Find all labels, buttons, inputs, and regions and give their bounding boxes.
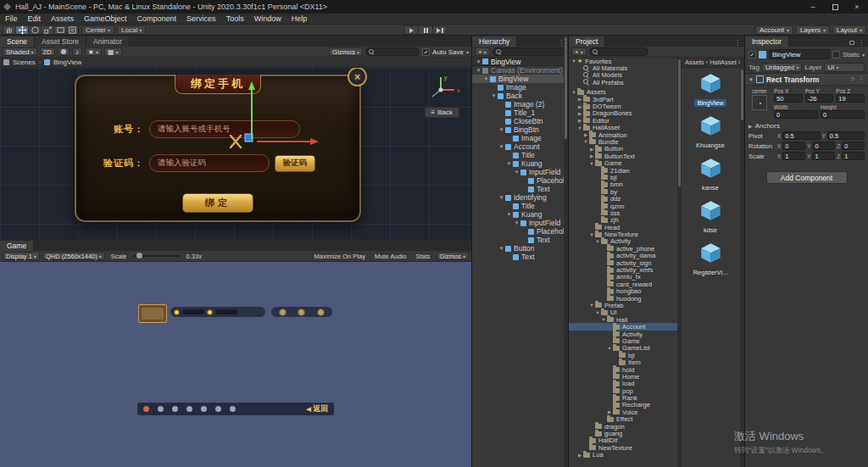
draw-mode-dropdown[interactable]: Shaded▾	[3, 47, 37, 56]
hierarchy-item-text[interactable]: Text	[472, 253, 564, 261]
dialog-close-button[interactable]: ×	[348, 68, 367, 86]
value-pivot-y[interactable]: 0.5	[827, 131, 865, 140]
foldout-arrow[interactable]: ▼	[498, 144, 505, 149]
anchor-preset-button[interactable]	[752, 95, 767, 110]
game-viewport[interactable]: ◀返回	[0, 262, 471, 467]
foldout-arrow[interactable]: ▼	[482, 76, 490, 81]
mute-audio-button[interactable]: Mute Audio	[371, 253, 410, 260]
project-item-by[interactable]: by	[569, 188, 677, 195]
foldout-arrow[interactable]: ▶	[606, 409, 613, 414]
project-item-buttontext[interactable]: ▶ButtonText	[569, 153, 677, 159]
hierarchy-item-image[interactable]: Image	[472, 134, 564, 142]
foldout-arrow[interactable]: ▶	[588, 147, 595, 152]
scrollbar-thumb[interactable]	[565, 37, 567, 139]
hierarchy-item-text[interactable]: Text	[472, 185, 564, 193]
hierarchy-item-bingview[interactable]: ▼BingView	[472, 58, 564, 66]
foldout-arrow[interactable]: ▶	[576, 97, 583, 102]
foldout-arrow[interactable]: ▼	[498, 127, 505, 132]
asset-bingview[interactable]: BingView	[683, 72, 737, 107]
foldout-arrow[interactable]: ▶	[582, 132, 589, 137]
value-pivot-x[interactable]: 0.5	[782, 131, 820, 140]
bind-submit-button[interactable]: 绑定	[182, 193, 253, 213]
lighting-toggle-button[interactable]	[58, 47, 70, 56]
project-item-bmn[interactable]: bmn	[569, 181, 677, 188]
hierarchy-item-image-2[interactable]: Image (2)	[472, 100, 564, 108]
move-tool-button[interactable]	[15, 25, 28, 35]
play-button[interactable]	[403, 25, 418, 35]
resolution-dropdown[interactable]: QHD (2560x1440)▾	[42, 252, 105, 260]
foldout-arrow[interactable]: ▼	[570, 58, 577, 64]
panel-menu-icon[interactable]: ⋮	[734, 39, 741, 47]
foldout-arrow[interactable]: ▼	[748, 77, 754, 82]
foldout-arrow[interactable]: ▼	[513, 170, 520, 175]
create-asset-button[interactable]: +▾	[571, 47, 587, 56]
foldout-arrow[interactable]: ▼	[600, 317, 607, 322]
tab-game[interactable]: Game	[0, 241, 34, 251]
anchors-foldout[interactable]: ▶ Anchors	[745, 121, 868, 131]
field-value-pos-y[interactable]: -26	[805, 94, 834, 103]
minimize-button[interactable]: –	[802, 0, 824, 14]
tab-asset-store[interactable]: Asset Store	[35, 36, 86, 47]
hierarchy-item-bingview[interactable]: ▼BingView	[472, 75, 564, 83]
foldout-arrow[interactable]: ▶	[576, 453, 583, 458]
breadcrumb-scenes[interactable]: Scenes	[13, 58, 36, 66]
orientation-gizmo[interactable]: x y	[424, 71, 463, 107]
foldout-arrow[interactable]: ▼	[594, 239, 601, 244]
field-value-height[interactable]: 0	[821, 110, 865, 119]
effects-dropdown[interactable]: ★▾	[85, 47, 102, 56]
step-button[interactable]	[432, 25, 447, 35]
foldout-arrow[interactable]: ▼	[505, 212, 513, 217]
scene-back-button[interactable]: ≡ Back	[425, 107, 459, 118]
top-bar-icon[interactable]	[298, 309, 305, 316]
rect-tool-button[interactable]	[53, 25, 66, 35]
foldout-arrow[interactable]: ▼	[570, 90, 577, 95]
hierarchy-item-inputfield[interactable]: ▼InputField	[472, 168, 564, 176]
project-item-item[interactable]: Item	[569, 359, 677, 365]
hierarchy-item-back[interactable]: ▼Back	[472, 92, 564, 100]
auto-save-checkbox[interactable]: ✓	[422, 48, 430, 56]
tab-scene[interactable]: Scene	[0, 36, 35, 47]
foldout-arrow[interactable]: ▼	[513, 220, 520, 225]
hierarchy-item-title[interactable]: Title	[472, 151, 564, 159]
handle-rotation-toggle-button[interactable]: Local▾	[117, 25, 146, 35]
hierarchy-item-account[interactable]: ▼Account	[472, 142, 564, 151]
project-item-lua[interactable]: ▶Lua	[569, 451, 677, 458]
hierarchy-item-title-1[interactable]: Title_1	[472, 108, 564, 117]
top-bar-icon[interactable]	[279, 309, 287, 316]
lock-icon[interactable]	[849, 41, 854, 45]
hierarchy-item-canvas-environment[interactable]: ▼Canvas (Environment)	[472, 66, 564, 75]
pivot-toggle-button[interactable]: Center▾	[81, 25, 114, 35]
scale-slider[interactable]	[133, 255, 181, 257]
value-rotation-z[interactable]: 0	[842, 142, 865, 150]
active-checkbox[interactable]: ✓	[748, 51, 756, 58]
tab-inspector[interactable]: Inspector	[745, 36, 789, 47]
project-item-bjl[interactable]: bjl	[569, 174, 677, 181]
hierarchy-item-identifying[interactable]: ▼Identifying	[472, 193, 564, 202]
project-item-gamelist[interactable]: ▼GameList	[569, 345, 677, 352]
value-scale-z[interactable]: 1	[842, 152, 865, 160]
asset-khuangse[interactable]: Khuangse	[683, 114, 737, 149]
account-input[interactable]: 请输入账号或手机号	[149, 120, 300, 138]
value-rotation-x[interactable]: 0	[782, 142, 805, 150]
field-value-width[interactable]: 0	[774, 110, 818, 119]
project-item-prefab[interactable]: ▼Prefab	[569, 302, 677, 309]
transform-tool-button[interactable]	[66, 25, 79, 35]
foldout-arrow[interactable]: ▶	[576, 104, 583, 109]
project-item-sss[interactable]: sss	[569, 209, 677, 216]
foldout-arrow[interactable]: ▼	[606, 346, 613, 351]
asset-kanse[interactable]: kanse	[683, 157, 737, 192]
foldout-arrow[interactable]: ▼	[582, 139, 589, 144]
panel-menu-icon[interactable]: ⋮	[858, 39, 865, 47]
tag-dropdown[interactable]: Untagged▾	[762, 63, 803, 72]
hand-tool-button[interactable]	[3, 25, 15, 35]
project-item-guang[interactable]: guang	[569, 430, 677, 436]
object-name-field[interactable]: BingView	[769, 49, 830, 59]
hierarchy-item-kuang[interactable]: ▼Kuang	[472, 159, 564, 168]
hierarchy-item-placeholder[interactable]: Placeholder	[472, 227, 564, 236]
hierarchy-item-bingbtn[interactable]: ▼BingBtn	[472, 125, 564, 134]
pause-button[interactable]	[418, 25, 432, 35]
project-item-all-prefabs[interactable]: All Prefabs	[569, 79, 677, 86]
foldout-arrow[interactable]: ▼	[588, 161, 595, 166]
project-item-21dian[interactable]: 21dian	[569, 167, 677, 174]
hierarchy-item-text[interactable]: Text	[472, 236, 564, 244]
